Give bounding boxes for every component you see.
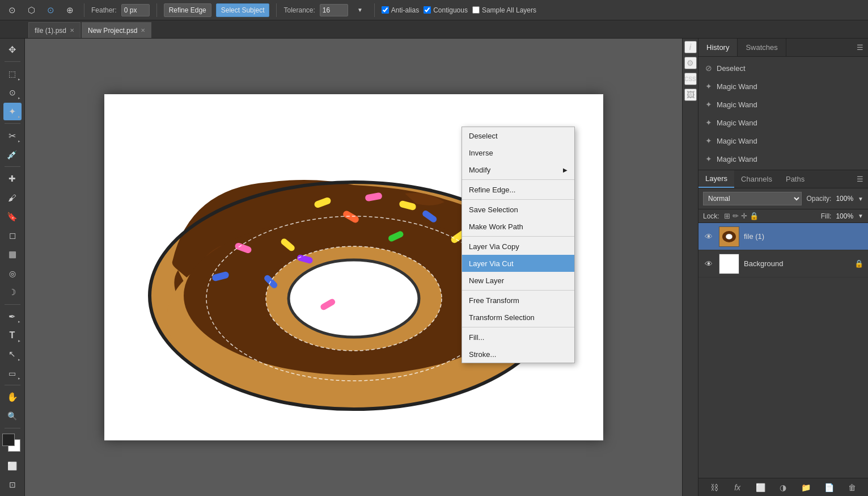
- layer-eye-file1[interactable]: 👁: [703, 231, 714, 242]
- lock-transparent-icon[interactable]: ⊞: [724, 212, 730, 220]
- layer-mask-btn[interactable]: ⬜: [753, 481, 767, 494]
- layer-new-btn[interactable]: 📄: [822, 481, 836, 494]
- tab-newproject-label: New Project.psd: [88, 27, 137, 35]
- adj-icon-btn[interactable]: ⚙: [684, 57, 697, 69]
- tab-paths[interactable]: Paths: [779, 170, 811, 188]
- layer-fx-btn[interactable]: fx: [731, 481, 744, 494]
- clone-stamp-tool[interactable]: 🔖: [3, 208, 22, 225]
- ctx-fill[interactable]: Fill...: [462, 329, 574, 346]
- history-item-magic3[interactable]: ✦ Magic Wand: [698, 114, 868, 132]
- tab-file1-close[interactable]: ✕: [70, 28, 74, 33]
- ctx-modify[interactable]: Modify ▶: [462, 161, 574, 178]
- info-icon-btn[interactable]: i: [684, 41, 697, 53]
- dodge-tool[interactable]: ☽: [3, 283, 22, 301]
- ctx-stroke[interactable]: Stroke...: [462, 346, 574, 363]
- history-item-magic1[interactable]: ✦ Magic Wand: [698, 77, 868, 95]
- ctx-make-work-path[interactable]: Make Work Path: [462, 218, 574, 235]
- marquee-tool[interactable]: ⬚▸: [3, 65, 22, 82]
- history-item-magic5[interactable]: ✦ Magic Wand: [698, 150, 868, 168]
- sep3: [276, 3, 277, 17]
- history-panel-menu[interactable]: ☰: [852, 39, 868, 56]
- lasso-tool[interactable]: ⊙▸: [3, 84, 22, 102]
- ctx-new-layer[interactable]: New Layer: [462, 272, 574, 289]
- tab-paths-label: Paths: [786, 175, 805, 183]
- history-item-deselect[interactable]: ⊘ Deselect: [698, 59, 868, 77]
- poly-lasso-icon[interactable]: ⬡: [24, 3, 39, 18]
- layer-eye-background[interactable]: 👁: [703, 258, 714, 270]
- tab-file1[interactable]: file (1).psd ✕: [28, 22, 81, 38]
- zoom-tool[interactable]: 🔍: [3, 407, 22, 425]
- eyedropper-tool[interactable]: 💉: [3, 146, 22, 163]
- brush-tool[interactable]: 🖌: [3, 189, 22, 207]
- eraser-tool[interactable]: ◻: [3, 226, 22, 244]
- history-list: ⊘ Deselect ✦ Magic Wand ✦ Magic Wand ✦ M…: [698, 57, 868, 170]
- foreground-color[interactable]: [2, 434, 15, 446]
- ctx-inverse[interactable]: Inverse: [462, 144, 574, 161]
- contiguous-checkbox-label[interactable]: Contiguous: [424, 6, 468, 14]
- css-icon-btn[interactable]: CSS: [684, 73, 697, 85]
- lock-position-icon[interactable]: ✛: [741, 212, 747, 220]
- ctx-refine-edge-label: Refine Edge...: [469, 186, 515, 194]
- fill-arrow[interactable]: ▼: [858, 213, 863, 219]
- layer-delete-btn[interactable]: 🗑: [845, 481, 859, 494]
- right-panel: History Swatches ☰ ⊘ Deselect ✦ Magic Wa…: [698, 39, 868, 496]
- screen-mode-tool[interactable]: ⊡: [3, 476, 22, 494]
- ctx-transform-selection[interactable]: Transform Selection: [462, 309, 574, 326]
- path-selection-tool[interactable]: ↖▸: [3, 346, 22, 363]
- lock-all-icon[interactable]: 🔒: [750, 212, 759, 220]
- ctx-save-selection[interactable]: Save Selection: [462, 201, 574, 218]
- contiguous-checkbox[interactable]: [424, 6, 431, 14]
- ctx-deselect[interactable]: Deselect: [462, 127, 574, 144]
- blur-tool[interactable]: ◎: [3, 264, 22, 282]
- layer-item-background[interactable]: 👁 Background 🔒: [698, 250, 868, 278]
- lasso-active-icon[interactable]: ⊙: [43, 3, 58, 18]
- layer-group-btn[interactable]: 📁: [799, 481, 813, 494]
- quick-mask-tool[interactable]: ⬜: [3, 457, 22, 474]
- healing-brush-tool[interactable]: ✚: [3, 170, 22, 187]
- sample-all-layers-checkbox-label[interactable]: Sample All Layers: [472, 6, 536, 14]
- hand-tool[interactable]: ✋: [3, 388, 22, 406]
- tab-newproject[interactable]: New Project.psd ✕: [82, 22, 151, 38]
- refine-edge-button[interactable]: Refine Edge: [164, 3, 211, 17]
- anti-alias-checkbox[interactable]: [382, 6, 389, 14]
- gradient-tool[interactable]: ▦: [3, 246, 22, 263]
- anti-alias-checkbox-label[interactable]: Anti-alias: [382, 6, 419, 14]
- history-item-magic2[interactable]: ✦ Magic Wand: [698, 95, 868, 114]
- magic-wand-tool[interactable]: ✦▸: [3, 103, 22, 120]
- ctx-free-transform[interactable]: Free Transform: [462, 292, 574, 309]
- ctx-layer-via-copy[interactable]: Layer Via Copy: [462, 238, 574, 255]
- sample-all-layers-checkbox[interactable]: [472, 6, 480, 14]
- layer-adj-btn[interactable]: ◑: [776, 481, 790, 494]
- tab-newproject-close[interactable]: ✕: [141, 28, 145, 33]
- opacity-arrow[interactable]: ▼: [858, 196, 863, 202]
- sep2: [156, 3, 157, 17]
- layer-item-file1[interactable]: 👁 file (1): [698, 223, 868, 250]
- tab-layers[interactable]: Layers: [698, 170, 734, 188]
- tab-swatches[interactable]: Swatches: [738, 39, 786, 56]
- select-subject-button[interactable]: Select Subject: [216, 3, 270, 17]
- tolerance-dropdown[interactable]: ▼: [353, 3, 367, 18]
- feather-input[interactable]: [121, 4, 150, 16]
- canvas-area[interactable]: Deselect Inverse Modify ▶ Refine Edge...…: [25, 39, 682, 496]
- ctx-layer-via-cut[interactable]: Layer Via Cut: [462, 255, 574, 272]
- layer-list: 👁 file (1) 👁: [698, 223, 868, 478]
- pen-tool[interactable]: ✒▸: [3, 308, 22, 325]
- move-tool[interactable]: ✥: [3, 41, 22, 58]
- layer-link-btn[interactable]: ⛓: [708, 481, 721, 494]
- mag-lasso-icon[interactable]: ⊕: [62, 3, 77, 18]
- lasso-icon[interactable]: ⊙: [5, 3, 19, 18]
- ctx-refine-edge[interactable]: Refine Edge...: [462, 181, 574, 198]
- layer-img-icon-btn[interactable]: 🖼: [684, 89, 697, 101]
- blend-mode-select[interactable]: Normal: [703, 192, 802, 205]
- type-tool[interactable]: T▸: [3, 326, 22, 344]
- shape-tool[interactable]: ▭▸: [3, 364, 22, 382]
- tolerance-input[interactable]: [320, 4, 348, 16]
- history-item-magic4[interactable]: ✦ Magic Wand: [698, 132, 868, 150]
- tab-history[interactable]: History: [698, 39, 738, 56]
- tab-swatches-label: Swatches: [746, 43, 777, 52]
- crop-tool[interactable]: ✂▸: [3, 127, 22, 144]
- tab-channels[interactable]: Channels: [734, 170, 779, 188]
- layers-panel-menu[interactable]: ☰: [852, 170, 868, 188]
- color-box[interactable]: [2, 434, 23, 453]
- lock-pixels-icon[interactable]: ✏: [732, 212, 739, 220]
